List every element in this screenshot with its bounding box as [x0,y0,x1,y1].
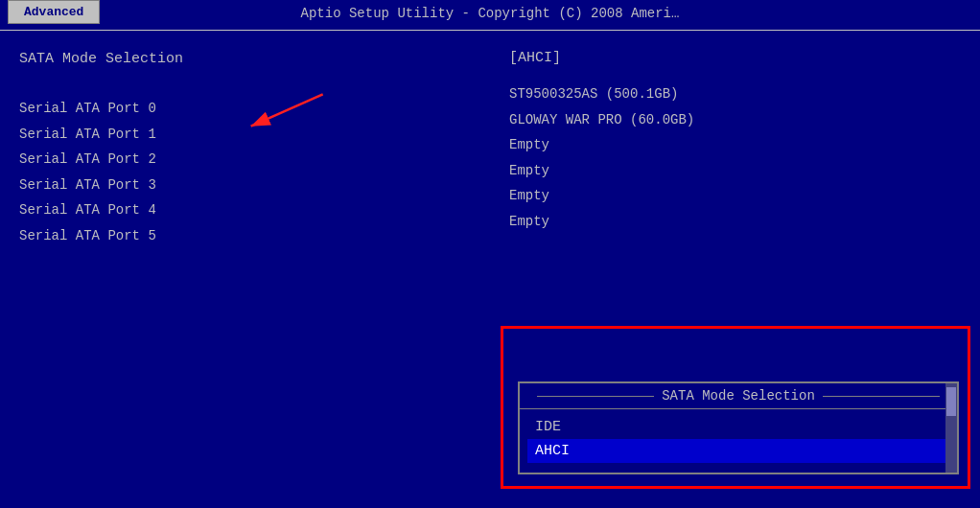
port-value-5: Empty [509,209,961,235]
header-title: Aptio Setup Utility - Copyright (C) 2008… [301,2,680,21]
port-item-5: Serial ATA Port 5 [19,223,471,249]
port-value-4: Empty [509,183,961,209]
port-item-2: Serial ATA Port 2 [19,147,471,173]
popup-options-list[interactable]: IDE AHCI [520,409,957,473]
left-panel: SATA Mode Selection Serial ATA Port 0 Se… [0,31,490,508]
port-item-0: Serial ATA Port 0 [19,96,471,122]
ports-list: Serial ATA Port 0 Serial ATA Port 1 Seri… [19,96,471,249]
popup-scrollbar [945,383,957,473]
tab-advanced[interactable]: Advanced [8,0,100,24]
sata-mode-popup[interactable]: SATA Mode Selection IDE AHCI [518,381,959,474]
popup-title: SATA Mode Selection [520,383,957,409]
port-item-3: Serial ATA Port 3 [19,173,471,198]
sata-mode-selection-label: SATA Mode Selection [19,51,183,67]
port-value-3: Empty [509,158,961,184]
ahci-value: [AHCI] [509,50,961,66]
port-value-2: Empty [509,132,961,158]
popup-option-ide[interactable]: IDE [527,415,949,439]
port-item-1: Serial ATA Port 1 [19,122,471,148]
port-value-0: ST9500325AS (500.1GB) [509,81,961,107]
popup-scrollbar-thumb [946,387,956,416]
port-item-4: Serial ATA Port 4 [19,197,471,223]
top-bar: Advanced Aptio Setup Utility - Copyright… [0,0,980,31]
main-content: SATA Mode Selection Serial ATA Port 0 Se… [0,31,980,508]
popup-option-ahci[interactable]: AHCI [527,439,949,463]
port-value-1: GLOWAY WAR PRO (60.0GB) [509,107,961,133]
